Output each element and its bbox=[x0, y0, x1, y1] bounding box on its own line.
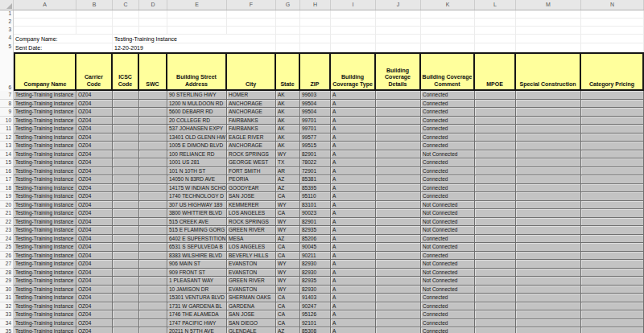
cell-J29[interactable] bbox=[376, 277, 421, 286]
cell-G18[interactable]: AZ bbox=[276, 184, 300, 193]
cell-L20[interactable] bbox=[475, 201, 516, 210]
cell-I18[interactable]: A bbox=[331, 184, 376, 193]
cell-A13[interactable]: Testing-Training Instance bbox=[14, 142, 76, 150]
cell-J8[interactable] bbox=[376, 100, 421, 109]
cell-I32[interactable]: A bbox=[331, 302, 376, 311]
cell-K5[interactable] bbox=[421, 43, 475, 52]
cell-D10[interactable] bbox=[139, 117, 167, 125]
cell-F16[interactable]: FORT SMITH bbox=[227, 167, 276, 176]
cell-A23[interactable]: Testing-Training Instance bbox=[14, 226, 76, 235]
row-header-12[interactable]: 12 bbox=[0, 134, 14, 142]
cell-I20[interactable]: A bbox=[331, 201, 376, 210]
cell-G32[interactable]: CA bbox=[276, 302, 300, 311]
cell-D34[interactable] bbox=[139, 319, 167, 328]
cell-D8[interactable] bbox=[139, 100, 167, 109]
cell-K9[interactable]: Connected bbox=[421, 108, 475, 117]
cell-J7[interactable] bbox=[376, 91, 421, 100]
cell-H28[interactable]: 82930 bbox=[300, 269, 331, 278]
cell-H29[interactable]: 82935 bbox=[300, 277, 331, 286]
cell-G11[interactable]: AK bbox=[276, 125, 300, 134]
cell-E9[interactable]: 5600 DEBARR RD bbox=[167, 108, 227, 117]
cell-E10[interactable]: 20 COLLEGE RD bbox=[167, 117, 227, 125]
cell-F23[interactable]: GREEN RIVER bbox=[227, 226, 276, 235]
cell-A10[interactable]: Testing-Training Instance bbox=[14, 117, 76, 125]
cell-E17[interactable]: 14050 N 83RD AVE bbox=[167, 175, 227, 184]
row-header-3[interactable]: 3 bbox=[0, 27, 14, 35]
cell-I16[interactable]: A bbox=[331, 167, 376, 176]
cell-N9[interactable] bbox=[581, 108, 644, 117]
cell-B20[interactable]: OZ04 bbox=[76, 201, 113, 210]
cell-L16[interactable] bbox=[475, 167, 516, 176]
cell-A19[interactable]: Testing-Training Instance bbox=[14, 192, 76, 201]
header-carrier-code[interactable]: Carrier Code bbox=[76, 52, 113, 91]
cell-N27[interactable] bbox=[581, 260, 644, 269]
cell-C25[interactable] bbox=[113, 243, 139, 252]
cell-G27[interactable]: WY bbox=[276, 260, 300, 269]
cell-H11[interactable]: 99701 bbox=[300, 125, 331, 134]
cell-E27[interactable]: 906 MAIN ST bbox=[167, 260, 227, 269]
header-city[interactable]: City bbox=[227, 52, 276, 91]
cell-K19[interactable]: Connected bbox=[421, 192, 475, 201]
cell-F9[interactable]: ANCHORAGE bbox=[227, 108, 276, 117]
cell-E8[interactable]: 1200 N MULDOON RD bbox=[167, 100, 227, 109]
cell-J23[interactable] bbox=[376, 226, 421, 235]
cell-K10[interactable]: Connected bbox=[421, 117, 475, 125]
cell-C10[interactable] bbox=[113, 117, 139, 125]
cell-I23[interactable]: A bbox=[331, 226, 376, 235]
cell-B11[interactable]: OZ04 bbox=[76, 125, 113, 134]
cell-L30[interactable] bbox=[475, 286, 516, 294]
cell-E34[interactable]: 1747 PACIFIC HWY bbox=[167, 319, 227, 328]
cell-M29[interactable] bbox=[516, 277, 581, 286]
cell-L35[interactable] bbox=[475, 327, 516, 333]
cell-G33[interactable]: CA bbox=[276, 310, 300, 319]
cell-C24[interactable] bbox=[113, 235, 139, 244]
cell-F18[interactable]: GOODYEAR bbox=[227, 184, 276, 193]
cell-N11[interactable] bbox=[581, 125, 644, 134]
cell-C31[interactable] bbox=[113, 294, 139, 302]
cell-I28[interactable]: A bbox=[331, 269, 376, 278]
row-header-22[interactable]: 22 bbox=[0, 218, 14, 227]
cell-M7[interactable] bbox=[516, 91, 581, 100]
cell-H23[interactable]: 82935 bbox=[300, 226, 331, 235]
cell-D21[interactable] bbox=[139, 209, 167, 218]
cell-K11[interactable]: Connected bbox=[421, 125, 475, 134]
cell-G17[interactable]: AZ bbox=[276, 175, 300, 184]
cell-F30[interactable]: EVANSTON bbox=[227, 286, 276, 294]
cell-L7[interactable] bbox=[475, 91, 516, 100]
row-header-6[interactable]: 6 bbox=[0, 52, 14, 91]
cell-L19[interactable] bbox=[475, 192, 516, 201]
column-header-M[interactable]: M bbox=[516, 0, 581, 10]
cell-L1[interactable] bbox=[475, 10, 516, 18]
cell-N8[interactable] bbox=[581, 100, 644, 109]
cell-K32[interactable]: Connected bbox=[421, 302, 475, 311]
cell-J2[interactable] bbox=[376, 18, 421, 27]
cell-D26[interactable] bbox=[139, 252, 167, 261]
column-header-K[interactable]: K bbox=[421, 0, 475, 10]
cell-F17[interactable]: PEORIA bbox=[227, 175, 276, 184]
cell-H1[interactable] bbox=[300, 10, 331, 18]
cell-A24[interactable]: Testing-Training Instance bbox=[14, 235, 76, 244]
cell-F12[interactable]: EAGLE RIVER bbox=[227, 134, 276, 142]
cell-C11[interactable] bbox=[113, 125, 139, 134]
cell-I1[interactable] bbox=[331, 10, 376, 18]
header-icsc-code[interactable]: ICSC Code bbox=[113, 52, 139, 91]
cell-H17[interactable]: 85381 bbox=[300, 175, 331, 184]
cell-B16[interactable]: OZ04 bbox=[76, 167, 113, 176]
row-header-17[interactable]: 17 bbox=[0, 175, 14, 184]
cell-G31[interactable]: CA bbox=[276, 294, 300, 302]
cell-A11[interactable]: Testing-Training Instance bbox=[14, 125, 76, 134]
cell-J32[interactable] bbox=[376, 302, 421, 311]
cell-I12[interactable]: A bbox=[331, 134, 376, 142]
cell-E24[interactable]: 6402 E SUPERSTITION bbox=[167, 235, 227, 244]
cell-B30[interactable]: OZ04 bbox=[76, 286, 113, 294]
cell-J25[interactable] bbox=[376, 243, 421, 252]
cell-N31[interactable] bbox=[581, 294, 644, 302]
cell-N29[interactable] bbox=[581, 277, 644, 286]
cell-M33[interactable] bbox=[516, 310, 581, 319]
cell-N22[interactable] bbox=[581, 218, 644, 227]
cell-L9[interactable] bbox=[475, 108, 516, 117]
cell-I10[interactable]: A bbox=[331, 117, 376, 125]
cell-N15[interactable] bbox=[581, 158, 644, 167]
row-header-31[interactable]: 31 bbox=[0, 294, 14, 302]
cell-K22[interactable]: Not Connected bbox=[421, 218, 475, 227]
